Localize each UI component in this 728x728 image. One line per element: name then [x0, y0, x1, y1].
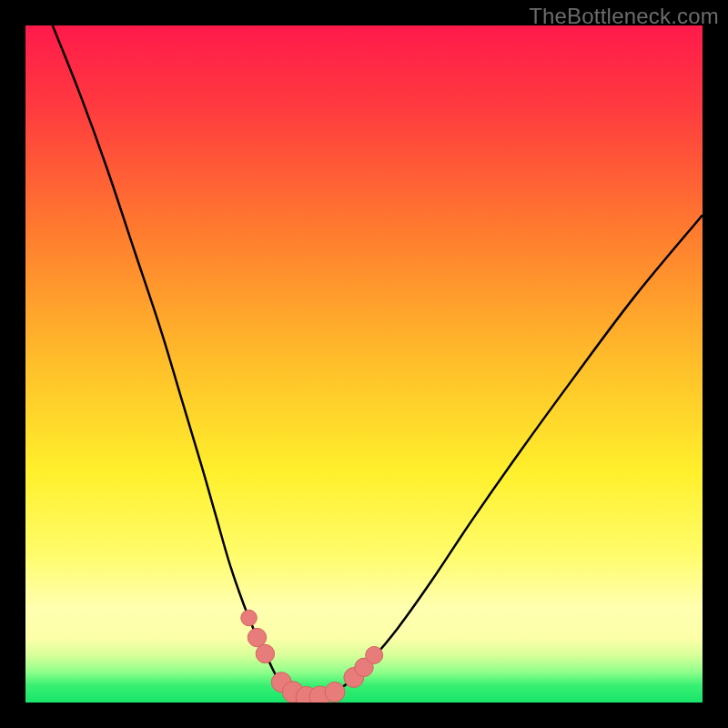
benchmark-point	[248, 628, 266, 646]
bottleneck-chart	[25, 25, 703, 703]
plot-area	[25, 25, 703, 703]
benchmark-point	[256, 644, 274, 662]
benchmark-point	[366, 646, 383, 663]
benchmark-point	[241, 610, 258, 626]
gradient-background	[25, 25, 703, 703]
chart-frame: TheBottleneck.com	[0, 0, 728, 728]
benchmark-point	[325, 682, 345, 703]
